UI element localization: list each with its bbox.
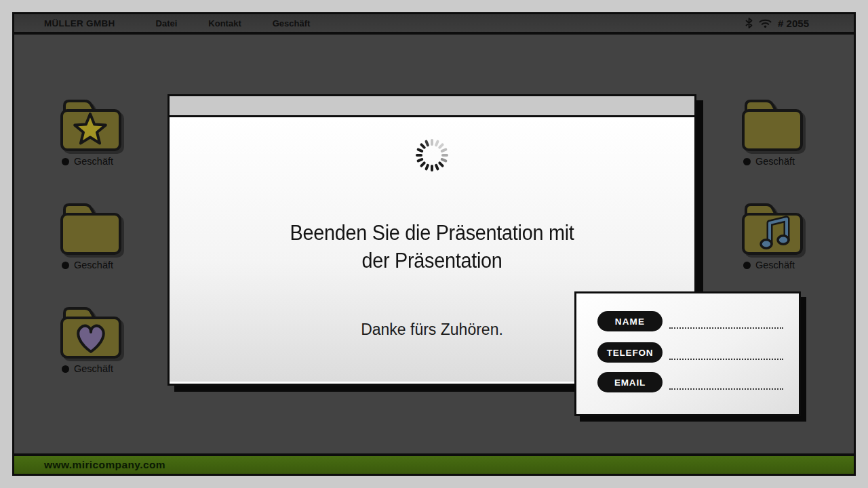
folder-label-text: Geschäft bbox=[755, 260, 795, 270]
folder-music-graphic bbox=[739, 199, 806, 258]
bluetooth-icon[interactable] bbox=[745, 18, 753, 28]
folder-label: Geschäft bbox=[743, 260, 807, 270]
folder-label-text: Geschäft bbox=[74, 260, 113, 270]
folder-music[interactable]: Geschäft bbox=[739, 199, 807, 270]
desktop-frame: MÜLLER GMBH Datei Kontakt Geschäft # 205… bbox=[12, 12, 856, 476]
folder-label: Geschäft bbox=[62, 260, 125, 270]
email-field-label: EMAIL bbox=[597, 372, 663, 392]
folder-bullet-icon bbox=[743, 158, 751, 165]
folder-label: Geschäft bbox=[62, 363, 125, 374]
contact-row-telefon: TELEFON bbox=[597, 342, 783, 363]
folder-plain-left[interactable]: Geschäft bbox=[58, 199, 125, 270]
brand-label: MÜLLER GMBH bbox=[44, 18, 115, 28]
name-field-label: NAME bbox=[597, 311, 663, 331]
folder-bullet-icon bbox=[743, 262, 751, 269]
menu-item-datei[interactable]: Datei bbox=[156, 18, 178, 28]
email-input-line[interactable] bbox=[669, 388, 783, 390]
contact-row-email: EMAIL bbox=[597, 372, 783, 392]
menu-items: Datei Kontakt Geschäft bbox=[156, 18, 311, 28]
telefon-field-label: TELEFON bbox=[597, 342, 663, 363]
wifi-icon[interactable] bbox=[759, 18, 772, 28]
contact-card: NAME TELEFON EMAIL bbox=[574, 291, 801, 416]
slide-heading: Beenden Sie die Präsentation mit der Prä… bbox=[188, 219, 676, 274]
menu-item-kontakt[interactable]: Kontakt bbox=[208, 18, 241, 28]
slide-heading-line1: Beenden Sie die Präsentation mit bbox=[188, 219, 676, 247]
menu-item-geschaeft[interactable]: Geschäft bbox=[273, 18, 311, 28]
folder-label: Geschäft bbox=[743, 156, 807, 167]
folder-bullet-icon bbox=[62, 262, 69, 269]
telefon-input-line[interactable] bbox=[669, 359, 783, 360]
folder-label: Geschäft bbox=[62, 156, 125, 167]
folder-label-text: Geschäft bbox=[755, 156, 795, 167]
menubar: MÜLLER GMBH Datei Kontakt Geschäft # 205… bbox=[14, 14, 854, 35]
window-titlebar[interactable] bbox=[170, 96, 694, 117]
contact-row-name: NAME bbox=[597, 311, 783, 331]
folder-heart[interactable]: Geschäft bbox=[58, 303, 125, 374]
folder-heart-graphic bbox=[58, 303, 124, 361]
folder-star[interactable]: Geschäft bbox=[58, 96, 125, 167]
folder-bullet-icon bbox=[62, 365, 69, 373]
folder-plain-right[interactable]: Geschäft bbox=[739, 96, 807, 167]
folder-label-text: Geschäft bbox=[74, 363, 113, 374]
folder-bullet-icon bbox=[62, 158, 69, 165]
name-input-line[interactable] bbox=[669, 327, 783, 329]
status-tray: # 2055 bbox=[745, 18, 809, 29]
slide-heading-line2: der Präsentation bbox=[188, 247, 676, 274]
folder-graphic bbox=[739, 96, 806, 154]
footer-url[interactable]: www.miricompany.com bbox=[44, 459, 165, 471]
folder-star-graphic bbox=[58, 96, 124, 154]
folder-label-text: Geschäft bbox=[74, 156, 113, 167]
loading-spinner-icon bbox=[416, 139, 448, 171]
status-counter: # 2055 bbox=[778, 18, 809, 29]
footer-bar: www.miricompany.com bbox=[14, 453, 854, 474]
folder-graphic bbox=[58, 199, 124, 258]
